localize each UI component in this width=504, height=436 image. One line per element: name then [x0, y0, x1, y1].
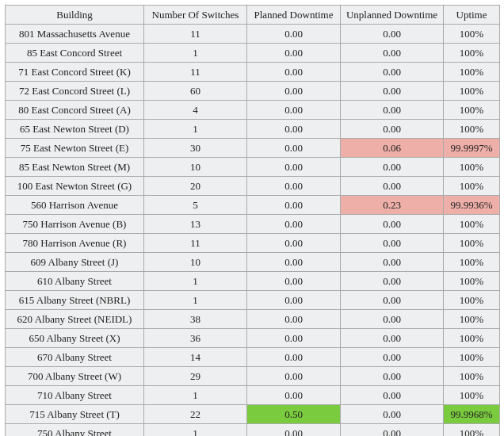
- col-planned: Planned Downtime: [247, 6, 341, 25]
- table-row: 801 Massachusetts Avenue110.000.00100%: [6, 25, 500, 44]
- cell-building: 750 Albany Street: [6, 424, 144, 437]
- table-row: 72 East Concord Street (L)600.000.00100%: [6, 82, 500, 101]
- cell-unplanned: 0.00: [341, 158, 444, 177]
- cell-unplanned: 0.00: [341, 272, 444, 291]
- cell-planned: 0.00: [247, 367, 341, 386]
- table-row: 710 Albany Street10.000.00100%: [6, 386, 500, 405]
- cell-unplanned: 0.00: [341, 291, 444, 310]
- cell-unplanned: 0.00: [341, 348, 444, 367]
- table-row: 100 East Newton Street (G)200.000.00100%: [6, 177, 500, 196]
- table-row: 715 Albany Street (T)220.500.0099.9968%: [6, 405, 500, 424]
- table-row: 750 Albany Street10.000.00100%: [6, 424, 500, 437]
- cell-building: 700 Albany Street (W): [6, 367, 144, 386]
- cell-uptime: 99.9968%: [444, 405, 500, 424]
- table-row: 700 Albany Street (W)290.000.00100%: [6, 367, 500, 386]
- cell-uptime: 100%: [444, 253, 500, 272]
- cell-unplanned: 0.00: [341, 234, 444, 253]
- table-row: 85 East Newton Street (M)100.000.00100%: [6, 158, 500, 177]
- cell-uptime: 100%: [444, 348, 500, 367]
- cell-uptime: 100%: [444, 101, 500, 120]
- cell-building: 100 East Newton Street (G): [6, 177, 144, 196]
- cell-planned: 0.00: [247, 329, 341, 348]
- col-unplanned: Unplanned Downtime: [341, 6, 444, 25]
- cell-unplanned: 0.00: [341, 25, 444, 44]
- cell-building: 615 Albany Street (NBRL): [6, 291, 144, 310]
- cell-switches: 1: [144, 291, 247, 310]
- cell-uptime: 100%: [444, 424, 500, 437]
- cell-uptime: 100%: [444, 120, 500, 139]
- cell-building: 620 Albany Street (NEIDL): [6, 310, 144, 329]
- cell-switches: 22: [144, 405, 247, 424]
- cell-uptime: 100%: [444, 25, 500, 44]
- table-row: 670 Albany Street140.000.00100%: [6, 348, 500, 367]
- cell-uptime: 100%: [444, 215, 500, 234]
- cell-uptime: 100%: [444, 310, 500, 329]
- table-row: 560 Harrison Avenue50.000.2399.9936%: [6, 196, 500, 215]
- table-row: 780 Harrison Avenue (R)110.000.00100%: [6, 234, 500, 253]
- cell-switches: 1: [144, 424, 247, 437]
- cell-switches: 36: [144, 329, 247, 348]
- cell-unplanned: 0.00: [341, 101, 444, 120]
- uptime-table: Building Number Of Switches Planned Down…: [5, 5, 500, 436]
- cell-planned: 0.50: [247, 405, 341, 424]
- cell-planned: 0.00: [247, 158, 341, 177]
- cell-planned: 0.00: [247, 253, 341, 272]
- cell-switches: 11: [144, 234, 247, 253]
- cell-uptime: 100%: [444, 158, 500, 177]
- cell-switches: 38: [144, 310, 247, 329]
- cell-planned: 0.00: [247, 291, 341, 310]
- cell-switches: 60: [144, 82, 247, 101]
- cell-unplanned: 0.00: [341, 177, 444, 196]
- cell-building: 71 East Concord Street (K): [6, 63, 144, 82]
- cell-unplanned: 0.00: [341, 82, 444, 101]
- cell-uptime: 100%: [444, 82, 500, 101]
- table-row: 85 East Concord Street10.000.00100%: [6, 44, 500, 63]
- table-row: 615 Albany Street (NBRL)10.000.00100%: [6, 291, 500, 310]
- cell-switches: 13: [144, 215, 247, 234]
- cell-switches: 10: [144, 253, 247, 272]
- table-row: 80 East Concord Street (A)40.000.00100%: [6, 101, 500, 120]
- cell-planned: 0.00: [247, 139, 341, 158]
- cell-planned: 0.00: [247, 82, 341, 101]
- cell-planned: 0.00: [247, 196, 341, 215]
- cell-uptime: 99.9997%: [444, 139, 500, 158]
- cell-planned: 0.00: [247, 386, 341, 405]
- cell-unplanned: 0.00: [341, 215, 444, 234]
- cell-uptime: 100%: [444, 367, 500, 386]
- cell-switches: 1: [144, 386, 247, 405]
- col-building: Building: [6, 6, 144, 25]
- cell-building: 715 Albany Street (T): [6, 405, 144, 424]
- table-header-row: Building Number Of Switches Planned Down…: [6, 6, 500, 25]
- cell-building: 85 East Concord Street: [6, 44, 144, 63]
- cell-unplanned: 0.00: [341, 405, 444, 424]
- cell-building: 750 Harrison Avenue (B): [6, 215, 144, 234]
- table-row: 75 East Newton Street (E)300.000.0699.99…: [6, 139, 500, 158]
- cell-unplanned: 0.00: [341, 310, 444, 329]
- table-row: 65 East Newton Street (D)10.000.00100%: [6, 120, 500, 139]
- cell-planned: 0.00: [247, 120, 341, 139]
- cell-building: 801 Massachusetts Avenue: [6, 25, 144, 44]
- cell-switches: 4: [144, 101, 247, 120]
- cell-building: 650 Albany Street (X): [6, 329, 144, 348]
- cell-planned: 0.00: [247, 63, 341, 82]
- table-row: 609 Albany Street (J)100.000.00100%: [6, 253, 500, 272]
- table-row: 620 Albany Street (NEIDL)380.000.00100%: [6, 310, 500, 329]
- cell-planned: 0.00: [247, 44, 341, 63]
- cell-uptime: 100%: [444, 44, 500, 63]
- cell-switches: 10: [144, 158, 247, 177]
- cell-planned: 0.00: [247, 348, 341, 367]
- cell-building: 609 Albany Street (J): [6, 253, 144, 272]
- cell-building: 75 East Newton Street (E): [6, 139, 144, 158]
- cell-unplanned: 0.00: [341, 424, 444, 437]
- cell-planned: 0.00: [247, 101, 341, 120]
- col-uptime: Uptime: [444, 6, 500, 25]
- cell-building: 65 East Newton Street (D): [6, 120, 144, 139]
- cell-switches: 11: [144, 25, 247, 44]
- cell-switches: 5: [144, 196, 247, 215]
- cell-unplanned: 0.00: [341, 367, 444, 386]
- cell-uptime: 100%: [444, 272, 500, 291]
- table-row: 71 East Concord Street (K)110.000.00100%: [6, 63, 500, 82]
- cell-switches: 11: [144, 63, 247, 82]
- cell-switches: 29: [144, 367, 247, 386]
- cell-planned: 0.00: [247, 177, 341, 196]
